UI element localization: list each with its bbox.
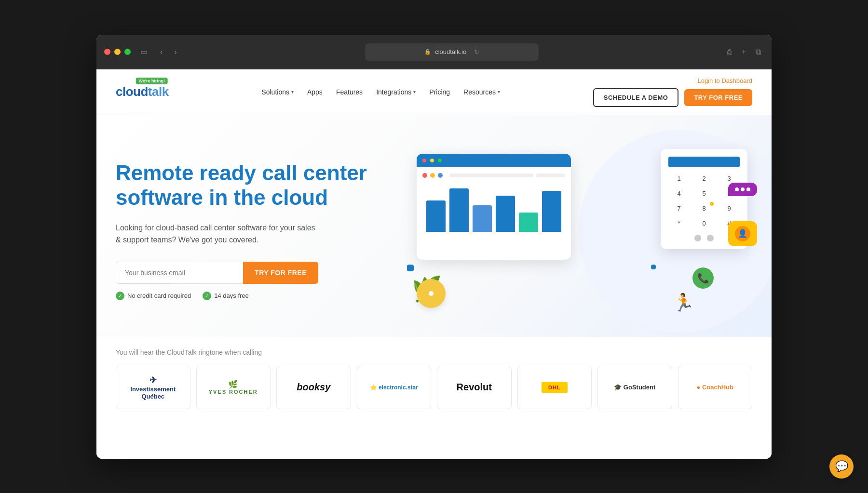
maximize-button[interactable] [124,49,131,55]
integrations-arrow: ▾ [413,89,416,94]
key-5: 5 [693,188,715,199]
mock-avatar: 👤 [735,226,750,241]
browser-window: ▭ ‹ › 🔒 cloudtalk.io ↻ ⎙ + ⧉ We're hirin… [96,35,772,459]
no-credit-card-badge: ✓ No credit card required [116,292,191,300]
client-dhl: DHL [517,366,592,409]
mock-dashboard [417,154,571,260]
nav-solutions[interactable]: Solutions ▾ [261,88,294,96]
key-9: 9 [719,203,740,214]
mock-dot-green [438,159,442,162]
bar-4 [496,196,515,232]
free-trial-badge: ✓ 14 days free [203,292,249,300]
key-4: 4 [668,188,690,199]
traffic-lights [104,49,131,55]
nav-integrations[interactable]: Integrations ▾ [376,88,416,96]
phone-icon: 📞 [692,267,714,289]
chat-dot-3 [746,187,750,191]
bar-2 [449,188,469,232]
mock-person-card: 👤 [728,221,757,246]
key-2: 2 [693,173,715,184]
header-actions: Login to Dashboard SCHEDULE A DEMO TRY F… [593,77,752,107]
deco-sq-3 [710,202,714,206]
hero-subtitle: Looking for cloud-based call center soft… [116,222,318,246]
tab-yellow [430,173,435,178]
browser-chrome: ▭ ‹ › 🔒 cloudtalk.io ↻ ⎙ + ⧉ [96,35,772,69]
client-yves-rocher: 🌿YVES ROCHER [196,366,271,409]
mock-dashboard-body [417,167,571,238]
tab-blue [438,173,443,178]
dialpad-grid: 1 2 3 4 5 6 7 8 9 * 0 # [668,173,740,229]
mock-chat-bubble [728,183,757,196]
tabs-button[interactable]: ⧉ [753,46,764,58]
hero-content: Remote ready call center software in the… [116,161,402,300]
minimize-button[interactable] [114,49,121,55]
client-gostudent: 🎓 GoStudent [597,366,672,409]
sidebar-button[interactable]: ▭ [136,45,151,58]
chat-dot-1 [735,187,739,191]
reload-icon[interactable]: ↻ [474,48,479,55]
bar-1 [426,200,446,232]
dialpad-dot-1 [694,235,701,241]
page-content: We're hiring! cloudtalk Solutions ▾ Apps… [96,69,772,459]
lock-icon: 🔒 [424,49,431,55]
clients-strip: ✈InvestissementQuébec 🌿YVES ROCHER books… [96,366,772,424]
client-coachhub: ● CoachHub [678,366,753,409]
key-star: * [668,218,690,229]
dialpad-dot-2 [707,235,714,241]
nav-features[interactable]: Features [336,88,363,96]
mock-dashboard-header [417,154,571,167]
hero-section: Remote ready call center software in the… [96,115,772,337]
key-7: 7 [668,203,690,214]
address-bar[interactable]: 🔒 cloudtalk.io ↻ [365,43,539,61]
hero-try-button[interactable]: TRY FOR FREE [243,262,318,284]
email-form: TRY FOR FREE [116,262,318,284]
check-icon-2: ✓ [203,292,211,300]
nav-resources[interactable]: Resources ▾ [463,88,500,96]
logo-area: We're hiring! cloudtalk [116,84,169,99]
chart-bars [422,184,565,232]
main-nav: Solutions ▾ Apps Features Integrations ▾… [261,88,500,96]
vinyl-decoration [417,279,446,308]
login-link[interactable]: Login to Dashboard [698,77,752,84]
client-electronic-star: ⭐ electronic.star [357,366,432,409]
solutions-arrow: ▾ [291,89,294,94]
new-tab-button[interactable]: + [739,46,749,58]
email-input[interactable] [116,262,243,284]
check-icon-1: ✓ [116,292,124,300]
deco-sq-2 [651,265,656,269]
tab-bar2 [536,173,565,177]
client-booksy: booksy [276,366,351,409]
site-logo: cloudtalk [116,84,169,99]
deco-sq-1 [407,265,414,271]
close-button[interactable] [104,49,110,55]
client-revolut: Revolut [437,366,512,409]
hero-illustration: 1 2 3 4 5 6 7 8 9 * 0 # [402,144,752,318]
share-button[interactable]: ⎙ [724,46,735,58]
header-buttons: SCHEDULE A DEMO TRY FOR FREE [593,88,752,107]
mock-dot-red [422,159,426,162]
mock-dot-yellow [430,159,434,162]
bar-5 [519,213,538,232]
chat-dot-2 [741,187,745,191]
back-button[interactable]: ‹ [157,46,165,58]
resources-arrow: ▾ [498,89,500,94]
client-investissement: ✈InvestissementQuébec [116,366,190,409]
form-badges: ✓ No credit card required ✓ 14 days free [116,292,402,300]
url-text: cloudtalk.io [435,48,466,55]
tab-red [422,173,427,178]
bar-3 [473,205,492,232]
nav-pricing[interactable]: Pricing [429,88,450,96]
nav-menu: Solutions ▾ Apps Features Integrations ▾… [261,88,500,96]
forward-button[interactable]: › [171,46,179,58]
try-for-free-header-button[interactable]: TRY FOR FREE [684,89,752,106]
schedule-demo-button[interactable]: SCHEDULE A DEMO [593,88,679,107]
ringtone-section: You will hear the CloudTalk ringtone whe… [96,337,772,356]
key-1: 1 [668,173,690,184]
site-header: We're hiring! cloudtalk Solutions ▾ Apps… [96,69,772,115]
tab-bar [449,173,533,177]
nav-apps[interactable]: Apps [307,88,323,96]
hiring-badge: We're hiring! [136,78,168,84]
vinyl-center [427,290,435,297]
ringtone-text: You will hear the CloudTalk ringtone whe… [116,348,752,356]
person-illustration: 🏃 [673,293,694,313]
